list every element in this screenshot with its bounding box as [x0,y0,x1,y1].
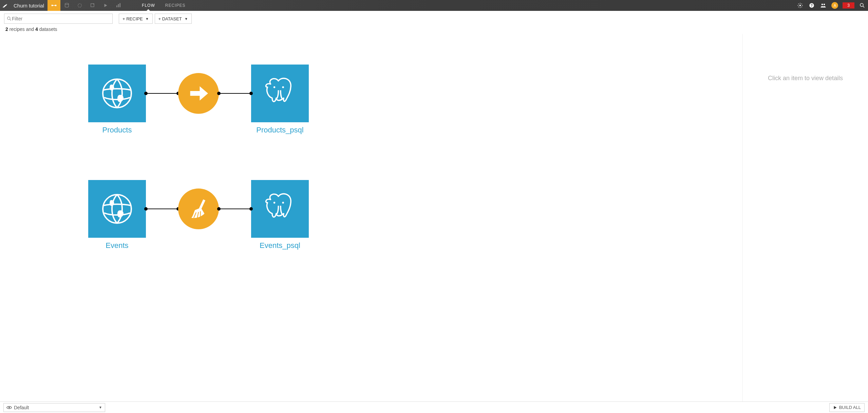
topbar-right: ? A 3 [794,0,868,11]
nav-datasets-icon[interactable] [60,0,73,11]
add-recipe-button[interactable]: + RECIPE ▼ [119,14,153,24]
svg-point-20 [273,202,276,204]
status-line: 2 recipes and 4 datasets [0,26,868,34]
project-name[interactable]: Churn tutorial [10,3,48,8]
add-dataset-button[interactable]: + DATASET ▼ [155,14,192,24]
build-all-button[interactable]: BUILD ALL [829,403,865,412]
dataset-events[interactable]: Events [88,180,146,250]
svg-point-1 [55,5,57,6]
nav-jobs-icon[interactable] [99,0,112,11]
add-recipe-label: + RECIPE [122,16,143,21]
flow-edge [219,93,251,94]
eye-icon [6,406,12,410]
sidepanel-placeholder: Click an item to view details [768,75,843,82]
play-icon [833,406,837,410]
svg-point-15 [103,79,131,108]
arrow-right-icon [187,82,210,105]
dataset-products-psql-label: Products_psql [256,126,303,134]
caret-down-icon: ▼ [99,406,102,409]
tab-recipes[interactable]: RECIPES [165,0,186,11]
elephant-icon [261,190,299,228]
avatar[interactable]: A [829,0,841,11]
svg-text:?: ? [811,3,813,7]
build-all-label: BUILD ALL [839,405,861,410]
dataset-events-psql-label: Events_psql [260,241,300,250]
recipe-count: 2 [5,26,8,32]
view-selector[interactable]: Default ▼ [3,403,105,412]
recipe-prepare[interactable] [178,188,219,229]
dataset-count: 4 [35,26,38,32]
flow-edge [146,93,178,94]
svg-point-21 [282,202,284,204]
users-icon[interactable] [817,0,829,11]
avatar-initial: A [834,3,836,7]
elephant-icon [261,75,299,112]
topbar: Churn tutorial FLOW RECIPES ? [0,0,868,11]
dataset-events-psql[interactable]: Events_psql [251,180,309,250]
view-label: Default [14,405,29,410]
nav-notebook-icon[interactable] [86,0,99,11]
help-icon[interactable]: ? [806,0,817,11]
filter-input[interactable] [12,16,110,21]
svg-point-17 [282,86,284,88]
flow-row-products: Products Products_psql [88,65,309,134]
svg-point-14 [7,17,10,20]
svg-point-13 [860,3,863,6]
nav-analysis-icon[interactable] [73,0,86,11]
gear-icon[interactable] [794,0,806,11]
main-area: Products Products_psql [0,34,868,401]
svg-point-11 [822,4,823,5]
svg-rect-7 [119,3,120,7]
subnav-tabs: FLOW RECIPES [142,0,185,11]
filter-box[interactable] [4,14,113,24]
tab-flow[interactable]: FLOW [142,0,155,11]
search-icon[interactable] [856,0,868,11]
caret-down-icon: ▼ [185,17,188,21]
search-icon [6,16,12,21]
recipe-sync[interactable] [178,73,219,114]
svg-point-0 [52,5,53,6]
dataset-events-label: Events [106,241,128,250]
svg-point-2 [65,3,69,4]
svg-rect-5 [116,5,117,7]
flow-toolbar: + RECIPE ▼ + DATASET ▼ [0,11,868,26]
svg-point-12 [824,4,825,5]
bottombar: Default ▼ BUILD ALL [0,401,868,413]
svg-point-8 [799,5,801,6]
broom-icon [187,197,210,221]
svg-rect-6 [118,4,119,7]
notification-badge[interactable]: 3 [843,2,854,8]
dataset-products[interactable]: Products [88,65,146,134]
dataset-products-label: Products [102,126,132,134]
svg-point-18 [103,195,131,223]
detail-sidepanel: Click an item to view details [742,34,868,401]
add-dataset-label: + DATASET [158,16,182,21]
globe-icon [100,76,134,110]
flow-canvas[interactable]: Products Products_psql [0,34,742,401]
dataset-products-psql[interactable]: Products_psql [251,65,309,134]
svg-point-16 [273,86,276,88]
flow-row-events: Events Events_psql [88,180,309,250]
globe-icon [100,192,134,226]
logo-bird-icon[interactable] [0,2,10,8]
svg-point-3 [78,4,82,7]
flow-edge [146,209,178,209]
flow-edge [219,209,251,209]
nav-icons [48,0,125,11]
nav-dashboards-icon[interactable] [112,0,125,11]
svg-point-22 [8,407,10,408]
nav-flow-icon[interactable] [48,0,60,11]
caret-down-icon: ▼ [146,17,149,21]
